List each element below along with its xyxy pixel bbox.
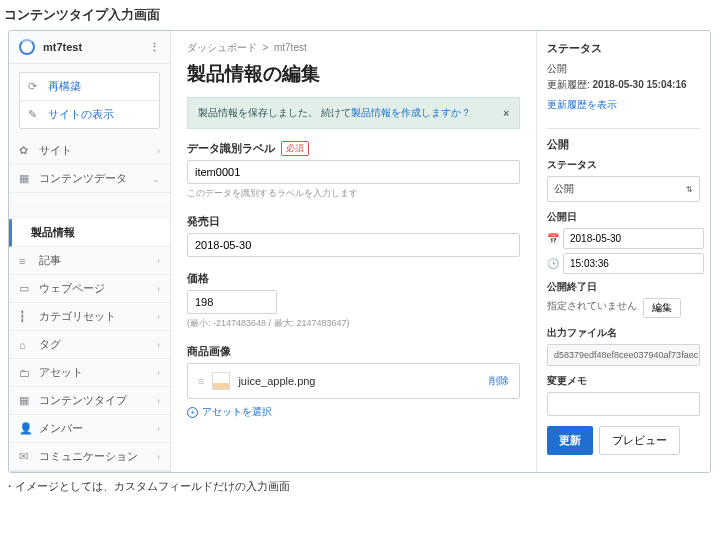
- field-label-text: データ識別ラベル: [187, 141, 275, 156]
- status-select[interactable]: 公開⇅: [547, 176, 700, 202]
- history-line: 更新履歴: 2018-05-30 15:04:16: [547, 78, 700, 92]
- nav-category[interactable]: ┇カテゴリセット›: [9, 303, 170, 331]
- tag-icon: ⌂: [19, 339, 33, 351]
- more-icon[interactable]: ⋮: [149, 41, 160, 54]
- nav-label: 記事: [39, 253, 61, 268]
- memo-label: 変更メモ: [547, 374, 700, 388]
- right-panel: ステータス 公開 更新履歴: 2018-05-30 15:04:16 更新履歴を…: [536, 31, 710, 472]
- pubdate-input[interactable]: [563, 228, 704, 249]
- asset-filename: juice_apple.png: [238, 375, 315, 387]
- select-asset-label: アセットを選択: [202, 405, 272, 419]
- page-title: 製品情報の編集: [187, 61, 520, 87]
- nav-sub-blurred: [9, 193, 170, 206]
- crumb-dashboard[interactable]: ダッシュボード: [187, 42, 257, 53]
- nav-label: コンテンツデータ: [39, 171, 127, 186]
- nav-assets[interactable]: 🗀アセット›: [9, 359, 170, 387]
- memo-input[interactable]: [547, 392, 700, 416]
- chevron-right-icon: ›: [157, 340, 160, 350]
- view-site-link[interactable]: ✎ サイトの表示: [20, 101, 159, 128]
- clock-icon: 🕒: [547, 258, 559, 269]
- pubdate-label: 公開日: [547, 210, 700, 224]
- alert-link[interactable]: 製品情報を作成しますか？: [351, 106, 471, 120]
- chevron-right-icon: ›: [157, 368, 160, 378]
- edit-enddate-button[interactable]: 編集: [643, 298, 681, 318]
- nav-label: アセット: [39, 365, 83, 380]
- view-site-label: サイトの表示: [48, 107, 114, 122]
- gear-icon: ✿: [19, 144, 33, 157]
- publish-heading: 公開: [547, 137, 700, 152]
- drag-icon[interactable]: ≡: [198, 375, 204, 387]
- publish-box: 公開 ステータス 公開⇅ 公開日 📅 🕒 公開終了日 指定されていません 編集 …: [547, 128, 700, 455]
- label-hint: このデータを識別するラベルを入力します: [187, 187, 520, 200]
- outfile-value: d58379edf48ef8cee037940af73faec: [547, 344, 700, 366]
- field-image: 商品画像 ≡ juice_apple.png 削除 +アセットを選択: [187, 344, 520, 419]
- field-release: 発売日: [187, 214, 520, 257]
- status-heading: ステータス: [547, 41, 700, 56]
- sidebar-header: mt7test ⋮: [9, 31, 170, 64]
- chevron-right-icon: ›: [157, 424, 160, 434]
- nav-site[interactable]: ✿サイト›: [9, 137, 170, 165]
- nav-label: メンバー: [39, 421, 83, 436]
- nav-content-data[interactable]: ▦コンテンツデータ⌄: [9, 165, 170, 193]
- nav-entries[interactable]: ≡記事›: [9, 247, 170, 275]
- chevron-right-icon: ›: [157, 396, 160, 406]
- release-label: 発売日: [187, 214, 520, 229]
- asset-icon: 🗀: [19, 367, 33, 379]
- ct-icon: ▦: [19, 394, 33, 407]
- enddate-label: 公開終了日: [547, 280, 700, 294]
- site-name: mt7test: [43, 41, 149, 53]
- sidebar: mt7test ⋮ ⟳ 再構築 ✎ サイトの表示 ✿サイト› ▦コンテンツデータ…: [9, 31, 171, 472]
- main-content: ダッシュボード > mt7test 製品情報の編集 製品情報を保存しました。 続…: [171, 31, 536, 472]
- page-icon: ▭: [19, 282, 33, 295]
- nav-label: サイト: [39, 143, 72, 158]
- label-input[interactable]: [187, 160, 520, 184]
- content-icon: ▦: [19, 172, 33, 185]
- nav-label: カテゴリセット: [39, 309, 116, 324]
- update-button[interactable]: 更新: [547, 426, 593, 455]
- user-icon: 👤: [19, 422, 33, 435]
- caption: ・イメージとしては、カスタムフィールドだけの入力画面: [0, 473, 720, 500]
- nav-label: コミュニケーション: [39, 449, 138, 464]
- nav-label: コンテンツタイプ: [39, 393, 127, 408]
- enddate-none: 指定されていません: [547, 299, 637, 313]
- show-history-link[interactable]: 更新履歴を表示: [547, 98, 617, 112]
- close-icon[interactable]: ×: [503, 108, 509, 119]
- pubtime-input[interactable]: [563, 253, 704, 274]
- nav-content-types[interactable]: ▦コンテンツタイプ›: [9, 387, 170, 415]
- select-arrows-icon: ⇅: [686, 185, 693, 194]
- nav-sub-active[interactable]: 製品情報: [9, 219, 170, 247]
- nav-members[interactable]: 👤メンバー›: [9, 415, 170, 443]
- preview-button[interactable]: プレビュー: [599, 426, 680, 455]
- external-icon: ✎: [28, 108, 42, 121]
- delete-asset-link[interactable]: 削除: [489, 374, 509, 388]
- category-icon: ┇: [19, 310, 33, 323]
- page-heading: コンテンツタイプ入力画面: [0, 0, 720, 30]
- sidebar-quick-box: ⟳ 再構築 ✎ サイトの表示: [19, 72, 160, 129]
- nav-communication[interactable]: ✉コミュニケーション›: [9, 443, 170, 471]
- refresh-icon: ⟳: [28, 80, 42, 93]
- chevron-right-icon: ›: [157, 312, 160, 322]
- entry-icon: ≡: [19, 255, 33, 267]
- app-frame: mt7test ⋮ ⟳ 再構築 ✎ サイトの表示 ✿サイト› ▦コンテンツデータ…: [8, 30, 711, 473]
- release-input[interactable]: [187, 233, 520, 257]
- field-label: データ識別ラベル必須 このデータを識別するラベルを入力します: [187, 141, 520, 200]
- breadcrumb: ダッシュボード > mt7test: [187, 41, 520, 55]
- price-input[interactable]: [187, 290, 277, 314]
- comm-icon: ✉: [19, 450, 33, 463]
- crumb-site: mt7test: [274, 42, 307, 53]
- field-price: 価格 (最小: -2147483648 / 最大: 2147483647): [187, 271, 520, 330]
- status-value: 公開: [547, 62, 700, 76]
- chevron-right-icon: ›: [157, 146, 160, 156]
- nav-tag[interactable]: ⌂タグ›: [9, 331, 170, 359]
- chevron-right-icon: ›: [157, 284, 160, 294]
- required-badge: 必須: [281, 141, 309, 156]
- asset-row: ≡ juice_apple.png 削除: [187, 363, 520, 399]
- price-label: 価格: [187, 271, 520, 286]
- chevron-right-icon: ›: [157, 256, 160, 266]
- rebuild-link[interactable]: ⟳ 再構築: [20, 73, 159, 101]
- thumbnail-icon: [212, 372, 230, 390]
- status-label: ステータス: [547, 158, 700, 172]
- select-asset-link[interactable]: +アセットを選択: [187, 405, 272, 419]
- outfile-label: 出力ファイル名: [547, 326, 700, 340]
- nav-webpages[interactable]: ▭ウェブページ›: [9, 275, 170, 303]
